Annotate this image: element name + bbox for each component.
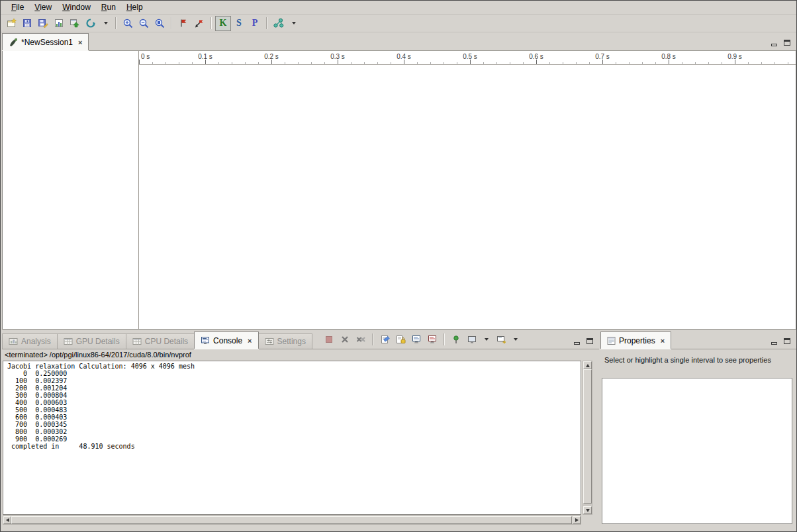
vertical-scrollbar-thumb[interactable] (583, 369, 592, 504)
close-icon[interactable]: × (78, 39, 82, 46)
show-stderr-button[interactable] (424, 332, 440, 347)
open-console-button[interactable] (493, 332, 509, 347)
open-console-icon (496, 334, 506, 345)
zoom-fit-button[interactable] (152, 16, 167, 31)
tab-gpu-details[interactable]: GPU Details (57, 333, 126, 349)
chevron-down-icon (292, 22, 296, 24)
new-session-icon (6, 18, 17, 28)
new-session-button[interactable] (3, 16, 19, 31)
tab-gpu-details-label: GPU Details (76, 337, 120, 346)
display-selected-console-button[interactable] (464, 332, 480, 347)
scroll-down-button[interactable] (583, 506, 592, 514)
flag-f-icon (178, 18, 189, 28)
menu-help[interactable]: Help (121, 1, 148, 13)
console-output[interactable]: Jacobi relaxation Calculation: 4096 x 40… (3, 361, 581, 515)
zoom-out-button[interactable] (136, 16, 152, 31)
maximize-icon (784, 338, 790, 344)
chevron-down-icon (485, 338, 489, 341)
save-icon (22, 18, 32, 28)
tab-cpu-details[interactable]: CPU Details (126, 333, 195, 349)
menu-run[interactable]: Run (96, 1, 121, 13)
menu-view[interactable]: View (29, 1, 57, 13)
tab-properties[interactable]: Properties × (600, 332, 671, 349)
maximize-icon (784, 40, 790, 46)
menubar: File View Window Run Help (1, 1, 796, 15)
console-view: <terminated> /opt/pgi/linux86-64/2017/cu… (2, 349, 599, 527)
stream-toggle-button[interactable]: S (231, 16, 247, 31)
nvvp-window: File View Window Run Help (0, 0, 797, 532)
scroll-lock-button[interactable] (393, 332, 408, 347)
terminate-button[interactable] (321, 332, 337, 347)
kernel-toggle-button[interactable]: K (215, 16, 231, 31)
toolbar-separator (266, 17, 267, 29)
properties-panel: Properties × Select or highlight a singl… (600, 332, 796, 527)
menu-file[interactable]: File (6, 1, 29, 13)
scroll-left-button[interactable] (3, 516, 11, 524)
run-button[interactable] (83, 16, 99, 31)
guided-analysis-button[interactable] (271, 16, 287, 31)
timeline-view[interactable]: 0 s 0.1 s 0.2 s 0.3 s 0.4 s 0.5 s 0.6 s … (2, 51, 796, 330)
tab-settings[interactable]: Settings (258, 333, 312, 349)
profile-application-button[interactable] (51, 16, 67, 31)
horizontal-scrollbar-thumb[interactable] (11, 516, 572, 524)
cpu-details-tab-icon (132, 337, 142, 345)
run-dropdown-button[interactable] (99, 16, 112, 31)
show-stdout-button[interactable] (408, 332, 424, 347)
minimize-button[interactable] (767, 335, 780, 346)
terminate-icon (324, 334, 334, 345)
session-tab-label: *NewSession1 (21, 38, 73, 47)
remove-all-icon (355, 334, 366, 345)
toolbar-separator (211, 17, 212, 29)
arrow-down-icon (586, 509, 590, 512)
tab-console[interactable]: Console × (194, 332, 258, 349)
close-icon[interactable]: × (248, 337, 252, 344)
properties-tab-icon (607, 337, 616, 345)
menu-window[interactable]: Window (57, 1, 96, 13)
open-console-dropdown-button[interactable] (509, 332, 522, 347)
maximize-icon (586, 338, 593, 344)
display-console-dropdown-button[interactable] (480, 332, 493, 347)
tab-analysis[interactable]: Analysis (2, 333, 58, 349)
scroll-right-button[interactable] (573, 516, 581, 524)
chevron-down-icon (514, 338, 518, 341)
zoom-in-button[interactable] (120, 16, 136, 31)
zoom-fit-icon (154, 18, 165, 29)
analysis-icon (273, 18, 285, 28)
arrow-left-icon (6, 518, 9, 522)
properties-content-box[interactable] (602, 378, 792, 524)
maximize-button[interactable] (583, 335, 596, 346)
timeline-name-column-divider[interactable] (138, 51, 139, 329)
process-toggle-button[interactable]: P (247, 16, 263, 31)
scroll-up-button[interactable] (583, 361, 592, 369)
zoom-in-icon (122, 18, 134, 29)
import-session-button[interactable] (67, 16, 83, 31)
session-icon (9, 38, 18, 47)
analysis-dropdown-button[interactable] (287, 16, 300, 31)
pin-console-button[interactable] (448, 332, 464, 347)
goto-flag-button[interactable] (191, 16, 207, 31)
show-stdout-icon (411, 334, 422, 345)
profile-chart-icon (54, 18, 64, 28)
remove-launch-button[interactable] (337, 332, 353, 347)
clear-console-button[interactable] (377, 332, 393, 347)
timeline-ruler[interactable]: 0 s 0.1 s 0.2 s 0.3 s 0.4 s 0.5 s 0.6 s … (139, 51, 796, 65)
tab-session[interactable]: *NewSession1 × (2, 33, 89, 50)
arrow-right-icon (575, 518, 579, 522)
display-console-icon (467, 334, 477, 345)
flag-button[interactable] (175, 16, 191, 31)
save-session-button[interactable] (19, 16, 35, 31)
save-as-button[interactable] (35, 16, 51, 31)
maximize-button[interactable] (780, 335, 794, 346)
console-vertical-scrollbar[interactable] (583, 361, 592, 515)
minimize-button[interactable] (570, 335, 583, 346)
remove-all-terminated-button[interactable] (353, 332, 369, 347)
tab-console-label: Console (213, 336, 242, 345)
console-horizontal-scrollbar[interactable] (3, 515, 581, 525)
console-output-text: Jacobi relaxation Calculation: 4096 x 40… (7, 363, 581, 450)
import-icon (70, 18, 80, 28)
maximize-button[interactable] (780, 37, 794, 48)
minimize-button[interactable] (767, 37, 780, 48)
close-icon[interactable]: × (661, 337, 665, 344)
ruler-major-ticks (139, 60, 796, 64)
chevron-down-icon (104, 22, 108, 24)
